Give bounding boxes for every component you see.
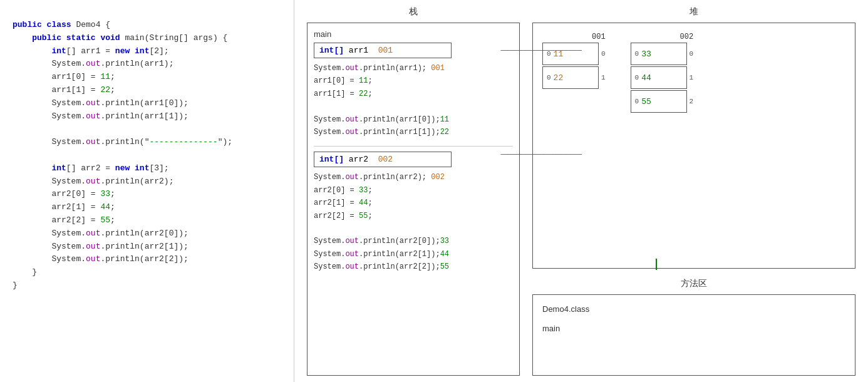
heap-cell-002-1: 0 44 bbox=[631, 66, 687, 89]
stack-var-ref1: 001 bbox=[378, 46, 393, 55]
heap-pointer-arrow bbox=[656, 259, 657, 270]
heap-idx-001-0: 0 bbox=[547, 50, 551, 58]
heap-array-002: 002 0 33 0 0 bbox=[631, 33, 694, 259]
right-panel: 栈 main int[] arr1 001 ──────────────────… bbox=[294, 0, 868, 382]
code-line: arr1[1] = 22; bbox=[13, 84, 281, 97]
heap-idx-right-002-1: 1 bbox=[690, 74, 694, 81]
stack-var-name1: arr1 bbox=[349, 46, 368, 55]
frame-label-main: main bbox=[314, 29, 513, 39]
stack-var-name2: arr2 bbox=[349, 155, 368, 164]
code-line: System.out.println(arr1[0]); bbox=[13, 97, 281, 110]
code-line: System.out.println(arr2[2]); bbox=[13, 253, 281, 266]
method-box: Demo4.class main bbox=[532, 294, 855, 376]
code-line: } bbox=[13, 279, 281, 292]
stack-var-arr2: int[] arr2 002 ────────────────── bbox=[314, 152, 452, 167]
stack-box: main int[] arr1 001 ────────────────── S… bbox=[307, 23, 520, 376]
stack-var-ref2: 002 bbox=[378, 155, 393, 164]
code-line: arr2[0] = 33; bbox=[13, 188, 281, 201]
stack-section: 栈 main int[] arr1 001 ──────────────────… bbox=[307, 6, 520, 376]
code-line bbox=[13, 149, 281, 162]
method-main: main bbox=[542, 324, 845, 333]
code-line: System.out.println(arr2); bbox=[13, 175, 281, 188]
stack-title: 栈 bbox=[307, 6, 520, 18]
code-line: System.out.println(arr1); bbox=[13, 58, 281, 71]
heap-idx-002-1: 0 bbox=[635, 74, 639, 81]
code-line: int[] arr2 = new int[3]; bbox=[13, 162, 281, 175]
method-title: 方法区 bbox=[532, 278, 855, 289]
stack-var-type2: int[] bbox=[319, 155, 344, 164]
heap-cell-002-0: 0 33 bbox=[631, 43, 687, 65]
code-line: arr2[1] = 44; bbox=[13, 201, 281, 214]
heap-idx-right-001-0: 0 bbox=[601, 50, 606, 58]
heap-val-002-1: 44 bbox=[641, 73, 651, 83]
code-line: System.out.println(arr1[1]); bbox=[13, 110, 281, 123]
heap-cell-001-1: 0 22 bbox=[542, 66, 599, 89]
code-line: arr1[0] = 11; bbox=[13, 71, 281, 84]
heap-val-001-1: 22 bbox=[554, 73, 564, 83]
code-line: public class Demo4 { bbox=[13, 19, 281, 32]
heap-title: 堆 bbox=[532, 6, 855, 18]
heap-array-001: 001 0 11 0 bbox=[542, 33, 606, 259]
code-panel: public class Demo4 { public static void … bbox=[0, 0, 294, 382]
heap-array-id-002: 002 bbox=[631, 33, 694, 41]
method-area-container: 方法区 Demo4.class main bbox=[532, 278, 855, 376]
code-line: System.out.println(arr2[0]); bbox=[13, 227, 281, 240]
code-line: System.out.println("--------------"); bbox=[13, 136, 281, 149]
heap-idx-right-001-1: 1 bbox=[601, 74, 606, 81]
method-class: Demo4.class bbox=[542, 304, 845, 314]
heap-idx-right-002-2: 2 bbox=[690, 98, 694, 105]
stack-var-arr1: int[] arr1 001 ────────────────── bbox=[314, 43, 452, 58]
heap-array-id-001: 001 bbox=[542, 33, 606, 41]
code-line: System.out.println(arr2[1]); bbox=[13, 240, 281, 254]
stack-code-arr2: System.out.println(arr2); 002 arr2[0] = … bbox=[314, 171, 513, 273]
code-line: int[] arr1 = new int[2]; bbox=[13, 45, 281, 58]
heap-idx-001-1: 0 bbox=[547, 74, 551, 81]
stack-code-arr1: System.out.println(arr1); 001 arr1[0] = … bbox=[314, 62, 513, 138]
heap-val-002-0: 33 bbox=[641, 49, 651, 59]
heap-val-002-2: 55 bbox=[641, 97, 651, 106]
heap-cell-002-2: 0 55 bbox=[631, 90, 687, 113]
heap-section: 堆 001 0 11 0 bbox=[532, 6, 855, 376]
code-line: arr2[2] = 55; bbox=[13, 214, 281, 227]
heap-cell-default-001-0: 11 bbox=[554, 49, 564, 59]
heap-cell-001-0: 0 11 bbox=[542, 43, 599, 65]
heap-idx-right-002-0: 0 bbox=[690, 50, 694, 58]
heap-idx-002-2: 0 bbox=[635, 98, 639, 105]
top-section: 栈 main int[] arr1 001 ──────────────────… bbox=[307, 6, 855, 376]
code-line: } bbox=[13, 266, 281, 279]
code-line bbox=[13, 123, 281, 136]
heap-idx-002-0: 0 bbox=[635, 50, 639, 58]
stack-var-type1: int[] bbox=[319, 46, 344, 55]
code-line: public static void main(String[] args) { bbox=[13, 32, 281, 45]
